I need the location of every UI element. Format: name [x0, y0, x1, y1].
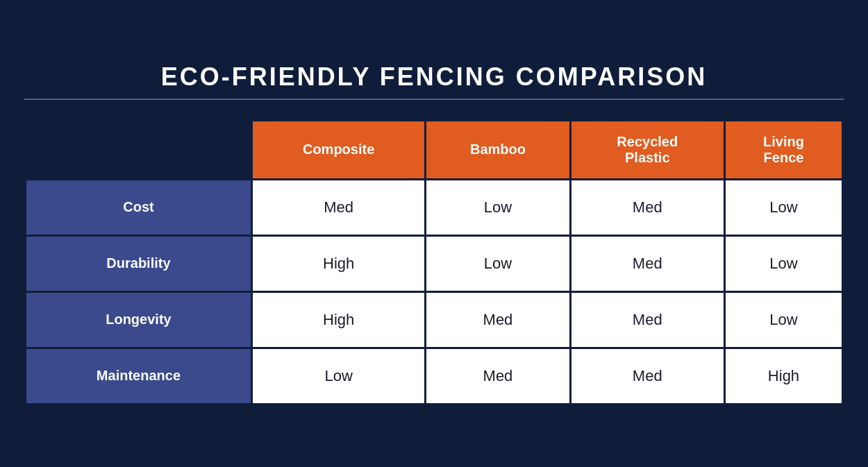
cost-composite: Med	[251, 179, 425, 235]
table-row: Maintenance Low Med Med High	[26, 348, 843, 404]
header-recycled-plastic: RecycledPlastic	[570, 120, 724, 179]
table-row: Cost Med Low Med Low	[26, 179, 843, 235]
header-living-fence: LivingFence	[724, 120, 842, 179]
longevity-living-fence: Low	[724, 291, 842, 348]
header-bamboo: Bamboo	[426, 120, 570, 179]
longevity-recycled-plastic: Med	[570, 291, 724, 348]
page-container: ECO-FRIENDLY FENCING COMPARISON Composit…	[24, 62, 844, 405]
maintenance-bamboo: Med	[426, 348, 570, 404]
page-title: ECO-FRIENDLY FENCING COMPARISON	[24, 62, 844, 92]
longevity-composite: High	[251, 291, 425, 348]
row-label-longevity: Longevity	[26, 291, 252, 348]
comparison-table-wrapper: Composite Bamboo RecycledPlastic LivingF…	[24, 119, 844, 405]
table-row: Longevity High Med Med Low	[26, 291, 843, 348]
maintenance-composite: Low	[251, 348, 425, 404]
comparison-table: Composite Bamboo RecycledPlastic LivingF…	[24, 119, 844, 405]
row-label-durability: Durability	[26, 235, 252, 291]
cost-bamboo: Low	[426, 179, 570, 235]
cost-recycled-plastic: Med	[570, 179, 724, 235]
title-section: ECO-FRIENDLY FENCING COMPARISON	[24, 62, 844, 100]
maintenance-recycled-plastic: Med	[570, 348, 724, 404]
title-divider	[24, 99, 844, 100]
durability-bamboo: Low	[426, 235, 570, 291]
maintenance-living-fence: High	[724, 348, 842, 404]
header-empty	[26, 120, 252, 179]
table-row: Durability High Low Med Low	[26, 235, 843, 291]
table-header-row: Composite Bamboo RecycledPlastic LivingF…	[26, 120, 843, 179]
durability-composite: High	[251, 235, 425, 291]
durability-recycled-plastic: Med	[570, 235, 724, 291]
row-label-maintenance: Maintenance	[26, 348, 252, 404]
longevity-bamboo: Med	[426, 291, 570, 348]
cost-living-fence: Low	[724, 179, 842, 235]
durability-living-fence: Low	[724, 235, 842, 291]
header-composite: Composite	[251, 120, 425, 179]
row-label-cost: Cost	[26, 179, 252, 235]
